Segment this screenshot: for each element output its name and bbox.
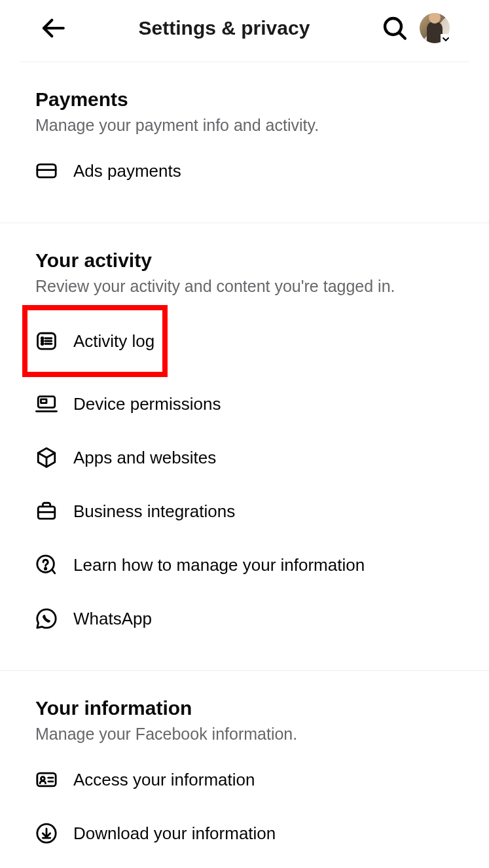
arrow-left-icon	[39, 14, 67, 42]
svg-line-2	[399, 33, 405, 39]
section-your-information: Your information Manage your Facebook in…	[0, 671, 489, 868]
item-business-integrations[interactable]: Business integrations	[35, 484, 454, 538]
item-whatsapp[interactable]: WhatsApp	[35, 592, 454, 645]
section-desc: Review your activity and content you're …	[35, 277, 454, 296]
briefcase-icon	[35, 500, 58, 522]
credit-card-icon	[35, 160, 58, 182]
item-label: Access your information	[73, 770, 255, 790]
item-label: Apps and websites	[73, 448, 216, 468]
list-icon	[35, 330, 58, 352]
question-bubble-icon	[35, 554, 58, 576]
svg-point-7	[41, 340, 43, 342]
page-title: Settings & privacy	[67, 17, 382, 39]
section-title: Your activity	[35, 249, 454, 272]
search-icon	[382, 15, 408, 41]
profile-menu[interactable]	[420, 13, 450, 43]
search-button[interactable]	[382, 15, 408, 41]
item-ads-payments[interactable]: Ads payments	[35, 144, 454, 198]
item-activity-log[interactable]: Activity log	[35, 310, 154, 372]
svg-rect-14	[41, 399, 47, 403]
item-label: Learn how to manage your information	[73, 555, 365, 575]
svg-point-21	[41, 777, 45, 781]
item-apps-websites[interactable]: Apps and websites	[35, 431, 454, 484]
section-activity: Your activity Review your activity and c…	[0, 223, 489, 671]
item-label: Download your information	[73, 823, 276, 844]
id-card-icon	[35, 769, 58, 791]
section-title: Your information	[35, 697, 454, 719]
header: Settings & privacy	[20, 0, 469, 62]
svg-point-19	[45, 568, 46, 570]
item-label: Activity log	[73, 331, 154, 352]
section-desc: Manage your Facebook information.	[35, 725, 454, 744]
whatsapp-icon	[35, 607, 58, 630]
item-label: Business integrations	[73, 501, 235, 522]
item-access-information[interactable]: Access your information	[35, 753, 454, 806]
item-manage-information[interactable]: Learn how to manage your information	[35, 538, 454, 592]
cube-icon	[35, 446, 58, 469]
item-label: WhatsApp	[73, 609, 152, 629]
highlight-annotation: Activity log	[22, 305, 168, 377]
section-desc: Manage your payment info and activity.	[35, 116, 454, 135]
item-device-permissions[interactable]: Device permissions	[35, 377, 454, 431]
item-label: Ads payments	[73, 161, 181, 181]
item-label: Device permissions	[73, 394, 221, 414]
download-icon	[35, 822, 58, 844]
laptop-icon	[35, 393, 58, 415]
section-payments: Payments Manage your payment info and ac…	[0, 62, 489, 223]
chevron-down-icon	[441, 34, 451, 45]
svg-point-8	[41, 343, 43, 345]
svg-point-6	[41, 337, 43, 339]
section-title: Payments	[35, 88, 454, 111]
item-download-information[interactable]: Download your information	[35, 806, 454, 860]
back-button[interactable]	[39, 14, 67, 42]
